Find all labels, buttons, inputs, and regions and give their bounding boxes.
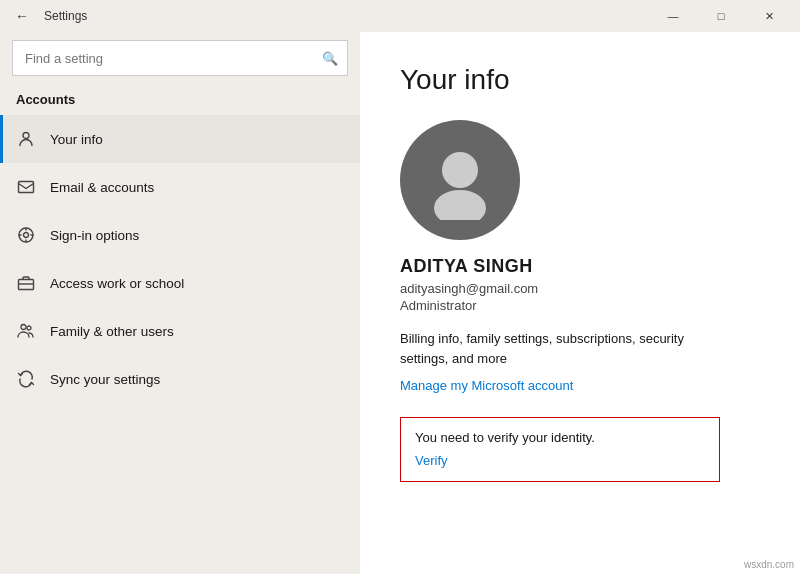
sidebar-item-access-work[interactable]: Access work or school	[0, 259, 360, 307]
manage-account-link[interactable]: Manage my Microsoft account	[400, 378, 573, 393]
sidebar-item-your-info[interactable]: Your info	[0, 115, 360, 163]
sidebar-item-label: Access work or school	[50, 276, 184, 291]
back-button[interactable]: ←	[8, 2, 36, 30]
sidebar-nav: Your info Email & accounts	[0, 115, 360, 403]
sidebar-item-label: Family & other users	[50, 324, 174, 339]
sidebar-item-label: Email & accounts	[50, 180, 154, 195]
sidebar-item-sign-in[interactable]: Sign-in options	[0, 211, 360, 259]
verify-box: You need to verify your identity. Verify	[400, 417, 720, 482]
page-title: Your info	[400, 64, 760, 96]
avatar	[400, 120, 520, 240]
svg-point-3	[24, 233, 29, 238]
search-input[interactable]	[12, 40, 348, 76]
close-button[interactable]: ✕	[746, 0, 792, 32]
svg-point-5	[21, 325, 26, 330]
sidebar-item-label: Your info	[50, 132, 103, 147]
sidebar: 🔍 Accounts Your info	[0, 32, 360, 574]
minimize-button[interactable]: —	[650, 0, 696, 32]
sign-in-icon	[16, 225, 36, 245]
sidebar-section-title: Accounts	[0, 88, 360, 115]
profile-role: Administrator	[400, 298, 760, 313]
sidebar-item-email-accounts[interactable]: Email & accounts	[0, 163, 360, 211]
briefcase-icon	[16, 273, 36, 293]
svg-point-6	[27, 326, 31, 330]
title-bar: ← Settings — □ ✕	[0, 0, 800, 32]
billing-text: Billing info, family settings, subscript…	[400, 329, 720, 368]
title-bar-title: Settings	[44, 9, 87, 23]
sidebar-item-sync[interactable]: Sync your settings	[0, 355, 360, 403]
maximize-button[interactable]: □	[698, 0, 744, 32]
svg-point-0	[23, 133, 29, 139]
verify-text: You need to verify your identity.	[415, 430, 705, 445]
svg-point-8	[434, 190, 486, 220]
sidebar-item-label: Sign-in options	[50, 228, 139, 243]
app-container: 🔍 Accounts Your info	[0, 32, 800, 574]
your-info-icon	[16, 129, 36, 149]
sidebar-item-family[interactable]: Family & other users	[0, 307, 360, 355]
svg-point-7	[442, 152, 478, 188]
title-bar-left: ← Settings	[8, 2, 87, 30]
sidebar-item-label: Sync your settings	[50, 372, 160, 387]
search-container: 🔍	[12, 40, 348, 76]
profile-email: adityasingh@gmail.com	[400, 281, 760, 296]
content-area: Your info ADITYA SINGH adityasingh@gmail…	[360, 32, 800, 574]
email-icon	[16, 177, 36, 197]
family-icon	[16, 321, 36, 341]
verify-link[interactable]: Verify	[415, 453, 448, 468]
svg-rect-1	[19, 182, 34, 193]
profile-name: ADITYA SINGH	[400, 256, 760, 277]
sync-icon	[16, 369, 36, 389]
title-bar-controls: — □ ✕	[650, 0, 792, 32]
